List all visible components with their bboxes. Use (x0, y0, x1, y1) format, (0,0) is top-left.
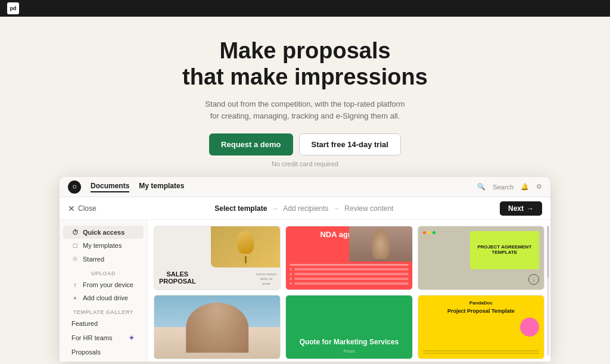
nav-tab-my-templates[interactable]: My templates (139, 182, 184, 192)
nda-item-2: 2. (290, 272, 408, 276)
search-label[interactable]: Search (493, 183, 513, 191)
quick-access-icon: ⏱ (71, 229, 79, 236)
close-x-icon: ✕ (68, 204, 75, 213)
pandadoc-proposal-title: Project Proposal Template (423, 308, 539, 315)
sidebar-item-my-templates[interactable]: □ My templates (63, 239, 144, 252)
close-label: Close (78, 204, 97, 213)
dot-green (432, 231, 435, 234)
step-review-content: Review content (344, 204, 393, 213)
quote-marketing-title: Quote for Marketing Services (291, 338, 407, 347)
nda-line-1 (290, 264, 408, 266)
sidebar-item-from-device[interactable]: ↑ From your device (63, 278, 144, 291)
sidebar-label-quick-access: Quick access (83, 229, 125, 236)
nda-item-1: 1. (290, 267, 408, 271)
close-button[interactable]: ✕ Close (68, 204, 97, 213)
sidebar-item-add-cloud[interactable]: + Add cloud drive (63, 291, 144, 304)
hero-title: Make proposals that make impressions (12, 38, 598, 90)
sidebar-label-proposals: Proposals (71, 349, 101, 356)
search-icon[interactable]: 🔍 (477, 183, 485, 191)
template-gallery: SALESPROPOSAL Lorem ipsumdolor sitamet N… (148, 220, 550, 362)
from-label: From (291, 349, 407, 354)
hero-subtitle: Stand out from the competition, with the… (12, 98, 598, 122)
pd-line-2 (423, 353, 539, 354)
no-credit-card-text: No credit card required (12, 160, 598, 167)
step-add-recipients: Add recipients (283, 204, 328, 213)
sidebar: ⏱ Quick access □ My templates ☆ Starred … (60, 220, 148, 362)
sales-proposal-image (211, 226, 280, 267)
starred-icon: ☆ (71, 255, 79, 263)
bell-icon[interactable]: 🔔 (521, 183, 529, 191)
sidebar-label-starred: Starred (83, 256, 104, 263)
gallery-section-label: TEMPLATE GALLERY (60, 304, 147, 317)
app-window: ⬡ Documents My templates 🔍 Search 🔔 ⚙ ✕ … (60, 177, 550, 362)
settings-icon[interactable]: ⚙ (536, 183, 542, 191)
next-button[interactable]: Next → (500, 201, 542, 216)
pandadoc-bottom (423, 350, 539, 355)
pandadoc-header: PandaDoc (423, 300, 539, 306)
request-demo-button[interactable]: Request a demo (209, 133, 292, 155)
dot-red (423, 231, 426, 234)
sidebar-label-hr-teams: For HR teams (71, 334, 112, 341)
sidebar-item-quick-access[interactable]: ⏱ Quick access (63, 226, 144, 239)
wizard-steps: Select template → Add recipients → Revie… (108, 204, 500, 213)
modal-header: ✕ Close Select template → Add recipients… (60, 197, 550, 220)
sales-proposal-small-text: Lorem ipsumdolor sitamet (256, 272, 277, 286)
nav-tab-documents[interactable]: Documents (91, 182, 129, 192)
nda-item-3: 3. (290, 277, 408, 281)
sidebar-label-my-templates: My templates (83, 242, 122, 249)
template-card-project-agreement[interactable]: PROJECT AGREEMENT TEMPLATE ↓ (418, 226, 544, 290)
dots-row (423, 231, 435, 234)
cloud-icon: + (71, 294, 79, 301)
project-green-block: PROJECT AGREEMENT TEMPLATE (470, 231, 539, 269)
top-bar: pd (0, 0, 610, 17)
upload-section-label: UPLOAD (60, 266, 147, 278)
sidebar-label-featured: Featured (71, 320, 98, 327)
start-trial-button[interactable]: Start free 14-day trial (299, 133, 401, 155)
step-arrow-1: → (272, 205, 278, 212)
pd-line-1 (423, 350, 539, 351)
content-area: ⏱ Quick access □ My templates ☆ Starred … (60, 220, 550, 362)
app-nav: ⬡ Documents My templates 🔍 Search 🔔 ⚙ (60, 177, 550, 197)
nda-photo (349, 226, 412, 261)
sidebar-item-featured[interactable]: Featured (63, 317, 144, 330)
nda-item-4: 4. (290, 282, 408, 285)
step-arrow-2: → (333, 205, 340, 212)
pink-circle-decoration (520, 318, 539, 337)
hero-buttons: Request a demo Start free 14-day trial (12, 133, 598, 155)
dot-yellow (428, 231, 431, 234)
sidebar-label-from-device: From your device (83, 281, 133, 288)
project-agreement-title: PROJECT AGREEMENT TEMPLATE (472, 245, 537, 256)
person-silhouette (186, 303, 249, 353)
sidebar-item-proposals[interactable]: Proposals (63, 346, 144, 359)
sidebar-item-hr-teams[interactable]: For HR teams ✦ (63, 330, 144, 346)
step-select-template: Select template (214, 204, 267, 213)
magic-badge-icon: ✦ (128, 333, 135, 343)
sales-proposal-title: SALESPROPOSAL (159, 270, 196, 285)
logo: pd (7, 2, 19, 14)
template-card-pandadoc-proposal[interactable]: PandaDoc Project Proposal Template (418, 295, 544, 359)
nav-right: 🔍 Search 🔔 ⚙ (477, 183, 542, 191)
app-logo: ⬡ (68, 181, 81, 194)
hero-section: Make proposals that make impressions Sta… (0, 17, 610, 364)
template-card-quote-marketing[interactable]: Quote for Marketing Services From (285, 295, 412, 359)
sidebar-label-add-cloud: Add cloud drive (83, 294, 128, 301)
template-card-nda[interactable]: NDA agreement 1. 2. 3. 4. (285, 226, 412, 290)
sidebar-item-accounting[interactable]: Accounting & tax (63, 359, 144, 362)
upload-icon: ↑ (71, 281, 79, 288)
sidebar-item-starred[interactable]: ☆ Starred (63, 252, 144, 266)
scrollbar-thumb (547, 226, 549, 278)
template-card-woman-photo[interactable] (154, 295, 281, 359)
nda-body: 1. 2. 3. 4. (290, 264, 408, 287)
template-card-sales-proposal[interactable]: SALESPROPOSAL Lorem ipsumdolor sitamet (154, 226, 281, 290)
my-templates-icon: □ (71, 242, 79, 249)
gallery-container: SALESPROPOSAL Lorem ipsumdolor sitamet N… (148, 220, 550, 362)
next-arrow-icon: → (527, 204, 534, 213)
hr-teams-row: For HR teams ✦ (71, 333, 135, 343)
gallery-scrollbar[interactable] (547, 226, 549, 356)
download-icon: ↓ (528, 274, 539, 285)
